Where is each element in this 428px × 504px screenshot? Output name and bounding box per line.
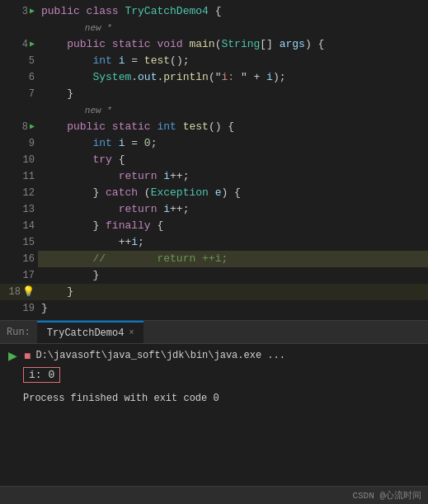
token-punc: ) {	[221, 186, 240, 199]
token-punc: ("	[209, 71, 222, 83]
token-var: i	[163, 203, 170, 215]
token-punc: {	[209, 5, 222, 17]
token-punc: () {	[209, 120, 234, 133]
line-content: System.out.println("i: " + i);	[38, 69, 428, 86]
line-gutter: 8▶	[0, 119, 38, 135]
line-gutter: 19	[0, 300, 38, 317]
code-line: 6 System.out.println("i: " + i);	[0, 69, 428, 86]
token-kw-type: int	[157, 120, 182, 133]
editor-area: 3▶public class TryCatchDemo4 { new *4▶ p…	[0, 0, 428, 320]
token-classname: Exception	[151, 186, 215, 199]
token-kw: static	[112, 38, 158, 50]
run-arrow-icon[interactable]: ▶	[30, 36, 35, 53]
run-arrow-icon[interactable]: ▶	[30, 3, 35, 20]
line-content: new *	[38, 20, 428, 36]
token-method: main	[189, 38, 214, 50]
code-line: 7 }	[0, 86, 428, 102]
run-finish-line: Process finished with exit code 0	[7, 393, 421, 404]
code-line: 18💡 }	[0, 284, 428, 300]
token-comment: return ++i;	[157, 252, 228, 265]
run-tab-close[interactable]: ×	[129, 328, 134, 337]
run-toolbar: ▶ ■ D:\javasoft\java_soft\jdk\bin\java.e…	[7, 347, 421, 364]
code-line: 17 }	[0, 267, 428, 284]
token-param: args	[280, 38, 305, 50]
token-string: i:	[221, 71, 240, 83]
token-op: =	[125, 54, 143, 67]
token-op: ++;	[170, 170, 189, 182]
run-play-button[interactable]: ▶	[7, 347, 19, 364]
token-classname: System	[92, 71, 131, 83]
token-punc	[106, 252, 157, 265]
token-punc: "	[241, 71, 247, 83]
token-punc: }	[92, 186, 106, 199]
token-kw: class	[87, 5, 125, 17]
token-punc: );	[273, 71, 286, 83]
token-kw: try	[92, 153, 118, 166]
token-var: i	[266, 71, 273, 83]
token-classname: TryCatchDemo4	[125, 5, 208, 17]
line-number: 18	[7, 284, 21, 300]
lightbulb-icon[interactable]: 💡	[22, 284, 35, 300]
line-number: 16	[21, 251, 35, 267]
new-annotation: new *	[41, 106, 112, 115]
line-content: }	[38, 86, 428, 102]
line-content: public static int test() {	[38, 119, 428, 135]
line-number: 6	[21, 69, 35, 86]
token-punc: }	[67, 87, 73, 100]
token-kw: void	[157, 38, 189, 50]
line-content: // return ++i;	[38, 251, 428, 267]
line-content: } finally {	[38, 218, 428, 234]
run-stop-button[interactable]: ■	[22, 347, 32, 364]
run-tab-active[interactable]: TryCatchDemo4 ×	[37, 321, 144, 343]
token-punc: ) {	[305, 38, 324, 50]
run-arrow-icon[interactable]: ▶	[30, 119, 35, 135]
line-gutter: 15	[0, 234, 38, 251]
run-output-line: i: 0	[7, 367, 421, 383]
token-punc: .	[131, 71, 138, 83]
token-punc: }	[41, 302, 48, 314]
token-punc: }	[92, 219, 106, 232]
code-line: 16 // return ++i;	[0, 251, 428, 267]
token-kw: return	[119, 170, 164, 182]
token-kw-type: int	[92, 137, 118, 149]
token-op: =	[125, 137, 143, 149]
line-content: int i = test();	[38, 53, 428, 69]
token-punc: {	[157, 219, 163, 232]
line-number: 10	[21, 152, 35, 168]
line-content: return i++;	[38, 201, 428, 218]
line-number: 19	[21, 300, 35, 317]
line-content: ++i;	[38, 234, 428, 251]
token-punc: ;	[138, 236, 144, 248]
token-op: +	[247, 71, 266, 83]
line-number: 11	[21, 168, 35, 185]
token-var: i	[131, 236, 138, 248]
token-punc: []	[260, 38, 279, 50]
token-punc: (	[144, 186, 151, 199]
token-comment: //	[92, 252, 106, 265]
line-gutter: 5	[0, 53, 38, 69]
run-path: D:\javasoft\java_soft\jdk\bin\java.exe .…	[35, 348, 421, 363]
token-punc: ();	[170, 54, 189, 67]
token-kw: catch	[106, 186, 144, 199]
line-number: 3	[15, 3, 28, 20]
token-punc: {	[119, 153, 125, 166]
line-gutter: 13	[0, 201, 38, 218]
line-gutter: 14	[0, 218, 38, 234]
line-number: 5	[21, 53, 35, 69]
line-number: 9	[21, 135, 35, 152]
code-line: 11 return i++;	[0, 168, 428, 185]
line-number: 4	[15, 36, 28, 53]
line-content: new *	[38, 102, 428, 119]
line-number: 14	[21, 218, 35, 234]
code-line: new *	[0, 102, 428, 119]
line-number: 17	[21, 267, 35, 284]
code-lines: 3▶public class TryCatchDemo4 { new *4▶ p…	[0, 3, 428, 320]
token-op: ++	[119, 236, 132, 248]
line-number: 7	[21, 86, 35, 102]
token-kw: public	[67, 120, 112, 133]
token-punc: }	[67, 285, 73, 298]
code-line: 8▶ public static int test() {	[0, 119, 428, 135]
run-content: ▶ ■ D:\javasoft\java_soft\jdk\bin\java.e…	[0, 344, 428, 486]
line-gutter: 9	[0, 135, 38, 152]
line-gutter: 3▶	[0, 3, 38, 20]
